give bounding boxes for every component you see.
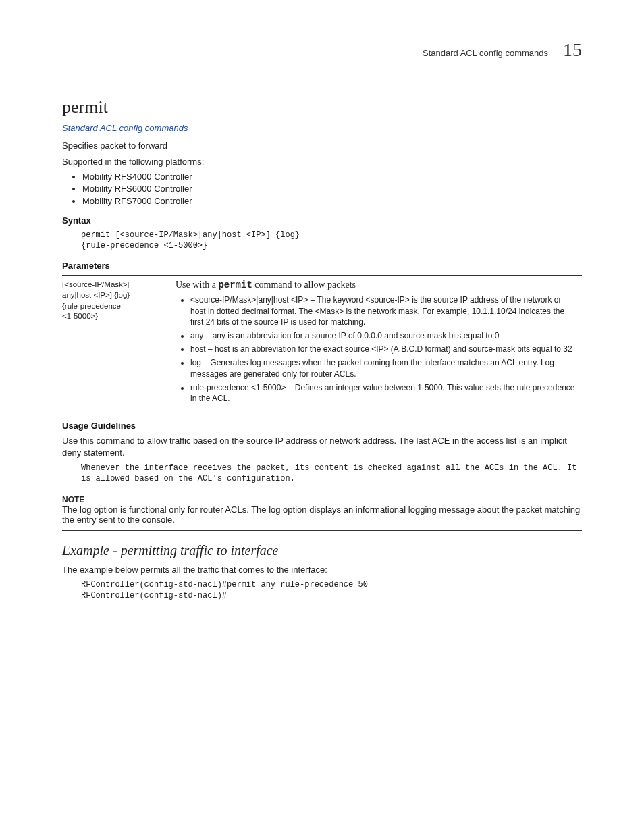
- usage-text: Use this command to allow traffic based …: [62, 435, 582, 459]
- text: command to allow packets: [252, 280, 356, 290]
- list-item: any – any is an abbreviation for a sourc…: [190, 330, 576, 341]
- example-heading: Example - permitting traffic to interfac…: [62, 543, 582, 558]
- breadcrumb-link[interactable]: Standard ACL config commands: [62, 123, 582, 133]
- example-code: RFController(config-std-nacl)#permit any…: [81, 579, 582, 601]
- chapter-number: 15: [563, 39, 582, 61]
- list-item: host – host is an abbreviation for the e…: [190, 344, 576, 355]
- param-items-list: <source-IP/Mask>|any|host <IP> – The key…: [176, 294, 576, 404]
- command-keyword: permit: [218, 280, 252, 290]
- param-description-intro: Use with a permit command to allow packe…: [176, 280, 576, 290]
- param-description-cell: Use with a permit command to allow packe…: [176, 276, 582, 411]
- syntax-code: permit [<source-IP/Mask>|any|host <IP>] …: [81, 230, 582, 251]
- usage-code: Whenever the interface receives the pack…: [81, 463, 582, 484]
- text: Use with a: [176, 280, 218, 290]
- list-item: log – Generates log messages when the pa…: [190, 357, 576, 379]
- list-item: rule-precedence <1-5000> – Defines an in…: [190, 382, 576, 404]
- intro-line-1: Specifies packet to forward: [62, 140, 582, 152]
- parameters-table: [<source-IP/Mask>| any|host <IP>] {log} …: [62, 275, 582, 411]
- command-title: permit: [62, 97, 582, 118]
- list-item: <source-IP/Mask>|any|host <IP> – The key…: [190, 294, 576, 328]
- usage-heading: Usage Guidelines: [62, 421, 582, 431]
- note-block: NOTE The log option is functional only f…: [62, 492, 582, 531]
- example-text: The example below permits all the traffi…: [62, 564, 582, 576]
- note-label: NOTE: [62, 495, 582, 504]
- running-header: Standard ACL config commands 15: [62, 39, 582, 61]
- platform-list: Mobility RFS4000 Controller Mobility RFS…: [62, 172, 582, 206]
- note-text: The log option is functional only for ro…: [62, 504, 582, 525]
- list-item: Mobility RFS7000 Controller: [82, 196, 582, 206]
- list-item: Mobility RFS4000 Controller: [82, 172, 582, 182]
- intro-line-2: Supported in the following platforms:: [62, 156, 582, 168]
- document-page: Standard ACL config commands 15 permit S…: [0, 0, 644, 834]
- running-header-text: Standard ACL config commands: [423, 48, 548, 58]
- syntax-heading: Syntax: [62, 215, 582, 226]
- param-syntax-cell: [<source-IP/Mask>| any|host <IP>] {log} …: [62, 276, 176, 411]
- parameters-heading: Parameters: [62, 261, 582, 271]
- list-item: Mobility RFS6000 Controller: [82, 184, 582, 194]
